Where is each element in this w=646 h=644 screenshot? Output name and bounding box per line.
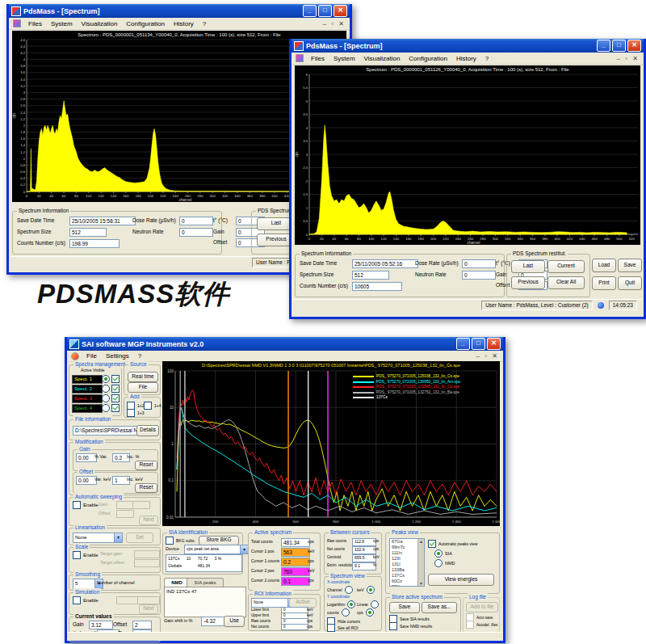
y-logarithm-radio[interactable]: Logarithm	[327, 600, 355, 608]
radio-dot[interactable]	[342, 608, 350, 617]
spectrum-active-radio-2[interactable]	[102, 385, 110, 393]
details-button[interactable]: Details	[136, 425, 159, 436]
spectrum-chip-3[interactable]: Spect. 3	[72, 394, 103, 403]
peaks-sia-radio[interactable]: SIA	[434, 549, 452, 558]
mdi-window-controls[interactable]: – ▫ ✕	[476, 352, 499, 360]
menu-item-history[interactable]: History	[174, 20, 194, 27]
checkbox-box[interactable]	[73, 551, 81, 559]
menu-item-configuration[interactable]: Configuration	[126, 20, 165, 27]
checkbox-box[interactable]	[127, 409, 135, 417]
maximize-button[interactable]: □	[472, 338, 485, 350]
maximize-button[interactable]: □	[318, 5, 332, 17]
active-row-value[interactable]: 760	[281, 567, 310, 576]
menu-item--[interactable]: ?	[203, 20, 206, 27]
menu-item-visualization[interactable]: Visualization	[364, 55, 401, 62]
field-value[interactable]: 25/10/2005 15:58:31	[69, 217, 136, 225]
field-value[interactable]: 512	[69, 228, 107, 237]
minimize-button[interactable]: _	[456, 338, 470, 350]
title-bar[interactable]: SAI software MGP Instruments v2.0 _ □ ✕	[67, 337, 503, 351]
active-row-value[interactable]: 0.2	[281, 558, 310, 566]
load-button[interactable]: Load	[592, 259, 616, 272]
close-button[interactable]: ✕	[627, 40, 641, 52]
menu-item-files[interactable]: Files	[28, 20, 42, 27]
restitution-current[interactable]: Current	[547, 260, 585, 273]
checkbox-box[interactable]	[166, 537, 174, 545]
simulation-field-2[interactable]	[137, 596, 160, 604]
title-bar[interactable]: PdsMass - [Spectrum] _ □ ✕	[9, 4, 350, 18]
spectrum-chip-1[interactable]: Spect. 1	[72, 375, 103, 384]
source-file-button[interactable]: File	[128, 382, 158, 393]
peaks-nmd-radio[interactable]: NMD	[434, 559, 455, 567]
mdi-window-controls[interactable]: – ▫ ✕	[323, 20, 346, 27]
mdi-window-controls[interactable]: – ▫ ✕	[617, 55, 640, 62]
checkbox-box[interactable]	[111, 385, 120, 393]
device-dropdown[interactable]: cps peak net area	[184, 545, 249, 554]
restitution-last[interactable]: Last	[511, 260, 545, 273]
menu-item-system[interactable]: System	[333, 55, 355, 62]
close-button[interactable]: ✕	[333, 5, 347, 17]
use-button[interactable]: Use	[224, 616, 245, 627]
radio-dot[interactable]	[347, 600, 355, 608]
autodel-files-checkbox[interactable]: Autodel. files	[466, 621, 497, 629]
linearisation-dropdown[interactable]: None	[73, 532, 123, 543]
menu-item-history[interactable]: History	[456, 55, 476, 62]
save-button[interactable]: Save	[389, 602, 420, 613]
field-value[interactable]: 0	[179, 228, 213, 237]
checkbox-box[interactable]	[73, 596, 81, 604]
isotope-listbox[interactable]: 67Ga99mTc111In123I131I133Ba137Cs60Co22Na…	[389, 538, 425, 587]
checkbox-box[interactable]	[111, 375, 120, 383]
menu-item-file[interactable]: File	[86, 352, 97, 360]
checkbox-box[interactable]	[111, 394, 120, 402]
see-all-roi-checkbox[interactable]: See all ROI	[327, 624, 359, 632]
menu-item-configuration[interactable]: Configuration	[409, 55, 447, 62]
roi-row-value[interactable]: 0	[281, 624, 308, 630]
simulation-enable-checkbox[interactable]: Enable	[73, 596, 99, 604]
target-offset-field[interactable]	[134, 559, 160, 567]
current-offset-field[interactable]: 2	[132, 621, 152, 629]
gain-shift-field[interactable]: -4.32	[201, 617, 225, 626]
menu-item-settings[interactable]: Settings	[106, 352, 129, 360]
radio-dot[interactable]	[434, 559, 443, 567]
source-real-time-button[interactable]: Real time	[128, 372, 158, 382]
offset-reset-button[interactable]: Reset	[135, 483, 157, 493]
sai-spectrum-plot[interactable]: D:\Spectres\SPRD\essai NMD V1.3\NMD 1 3 …	[162, 361, 500, 526]
checkbox-box[interactable]	[144, 402, 152, 410]
restitution-previous[interactable]: Previous	[511, 276, 545, 289]
radio-dot[interactable]	[434, 549, 443, 558]
menu-item--[interactable]: ?	[485, 55, 489, 62]
spectrum-visible-checkbox-4[interactable]	[111, 404, 120, 412]
scale-enable-checkbox[interactable]: Enable	[73, 551, 99, 559]
y-cps-radio[interactable]: cps	[357, 608, 374, 617]
field-value[interactable]: 198.99	[69, 239, 120, 248]
checkbox-box[interactable]	[327, 624, 335, 632]
view-energies-button[interactable]: View energies	[428, 574, 494, 586]
automatic-peaks-view-checkbox[interactable]: Automatic peaks view	[428, 540, 477, 548]
title-bar[interactable]: PdsMass - [Spectrum] _ □ ✕	[292, 39, 644, 53]
field-value[interactable]: 25/11/2005 05:52:16	[352, 259, 418, 268]
x-kev-radio[interactable]: keV	[357, 586, 375, 594]
checkbox-box[interactable]	[428, 540, 436, 548]
active-row-value[interactable]: 481.34	[281, 538, 310, 547]
spectrum-plot-2[interactable]: Spectrum : PDS_0000001_051126_Y00040_0, …	[295, 65, 640, 245]
add-1-3-checkbox[interactable]: 1+3	[127, 409, 144, 417]
checkbox-box[interactable]	[466, 621, 474, 629]
close-button[interactable]: ✕	[487, 338, 501, 350]
spectrum-visible-checkbox-3[interactable]	[111, 394, 120, 402]
restitution-clear-all[interactable]: Clear All	[547, 276, 585, 289]
menu-item-visualization[interactable]: Visualization	[82, 20, 118, 27]
y-linear-radio[interactable]: Linear	[357, 600, 379, 608]
gain-reset-button[interactable]: Reset	[135, 461, 157, 470]
minimize-button[interactable]: _	[597, 40, 610, 52]
listbox-scrollbar[interactable]	[417, 539, 424, 586]
spectrum-active-radio-4[interactable]	[102, 404, 110, 412]
spectrum-visible-checkbox-1[interactable]	[111, 375, 120, 383]
spectrum-active-radio-1[interactable]	[102, 375, 110, 383]
field-value[interactable]: 0	[179, 217, 213, 225]
radio-dot[interactable]	[102, 375, 110, 383]
field-value[interactable]: 512	[352, 271, 389, 280]
field-value[interactable]: 10605	[352, 282, 402, 291]
spectrum-active-radio-3[interactable]	[102, 394, 110, 402]
save-as-button[interactable]: Save as...	[422, 602, 457, 613]
save-button[interactable]: Save	[618, 259, 642, 272]
simulation-field-1[interactable]	[116, 596, 139, 604]
